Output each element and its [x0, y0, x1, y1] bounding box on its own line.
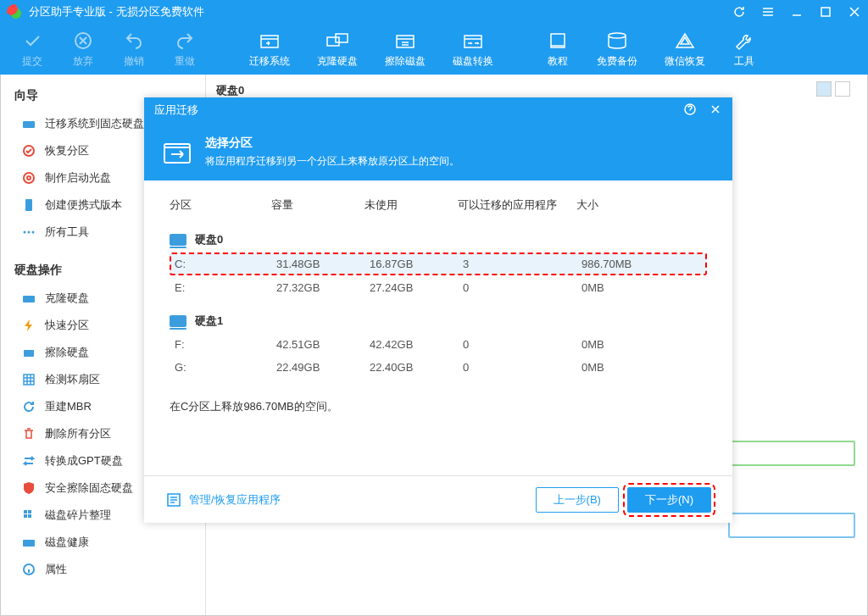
- clone-disk-button[interactable]: 克隆硬盘: [303, 27, 371, 72]
- view-toggle: [816, 81, 850, 97]
- trash-icon: [21, 426, 36, 441]
- minimize-icon[interactable]: [790, 5, 804, 19]
- sidebar-item-disk-health[interactable]: 磁盘健康: [1, 529, 205, 556]
- partition-table: 分区 容量 未使用 可以迁移的应用程序 大小 硬盘0 C: 31.48GB 16…: [170, 197, 707, 379]
- info-icon: [21, 562, 36, 577]
- window-title: 分区助手专业版 - 无损分区免费软件: [29, 4, 732, 19]
- banner-subtitle: 将应用程序迁移到另一个分区上来释放原分区上的空间。: [205, 154, 459, 169]
- next-button[interactable]: 下一步(N): [627, 487, 711, 513]
- svg-rect-13: [25, 199, 32, 211]
- usb-icon: [21, 197, 36, 213]
- list-view-button[interactable]: [835, 81, 850, 97]
- commit-button[interactable]: 提交: [7, 27, 58, 72]
- grid-icon: [21, 372, 36, 387]
- dialog-body: 分区 容量 未使用 可以迁移的应用程序 大小 硬盘0 C: 31.48GB 16…: [144, 180, 732, 475]
- svg-rect-2: [261, 36, 278, 47]
- close-icon[interactable]: [848, 5, 861, 19]
- migrate-system-button[interactable]: 迁移系统: [236, 27, 303, 72]
- disk-header: 硬盘0: [170, 228, 707, 252]
- sidebar-item-label: 创建便携式版本: [45, 197, 122, 213]
- svg-rect-22: [24, 514, 27, 518]
- clone-icon: [21, 291, 36, 306]
- shield-icon: [21, 480, 36, 496]
- arrows-icon: [21, 453, 36, 469]
- migrate-icon: [258, 31, 281, 51]
- refresh-icon[interactable]: [732, 5, 746, 19]
- help-icon[interactable]: [683, 103, 697, 119]
- redo-icon: [173, 31, 197, 51]
- app-logo-icon: [7, 4, 22, 19]
- tutorial-button[interactable]: 教程: [532, 27, 583, 72]
- eraser-icon: [21, 345, 36, 360]
- svg-rect-0: [821, 8, 830, 16]
- partition-row[interactable]: E: 27.32GB 27.24GB 0 0MB: [170, 276, 707, 299]
- table-header: 分区 容量 未使用 可以迁移的应用程序 大小: [170, 197, 707, 219]
- svg-point-11: [24, 173, 34, 183]
- heart-icon: [21, 535, 36, 550]
- check-icon: [20, 31, 44, 51]
- svg-rect-23: [28, 514, 31, 518]
- sidebar-item-label: 删除所有分区: [45, 426, 111, 441]
- sidebar-item-label: 安全擦除固态硬盘: [45, 480, 133, 496]
- disk-icon: [170, 234, 186, 246]
- lightning-icon: [21, 318, 36, 333]
- col-partition: 分区: [170, 197, 271, 213]
- grid-view-button[interactable]: [816, 81, 832, 97]
- convert-icon: [461, 31, 485, 51]
- wipe-icon: [393, 31, 417, 51]
- wechat-icon: [673, 31, 697, 51]
- wipe-disk-button[interactable]: 擦除磁盘: [371, 27, 439, 72]
- book-icon: [546, 31, 570, 51]
- svg-rect-4: [336, 34, 348, 42]
- free-backup-button[interactable]: 免费备份: [583, 27, 651, 72]
- disk-convert-button[interactable]: 磁盘转换: [439, 27, 507, 72]
- manage-recover-link[interactable]: 管理/恢复应用程序: [165, 491, 281, 508]
- redo-button[interactable]: 重做: [159, 27, 210, 72]
- col-migratable: 可以迁移的应用程序: [458, 197, 576, 213]
- svg-rect-24: [23, 540, 35, 547]
- partition-row[interactable]: G: 22.49GB 22.40GB 0 0MB: [170, 356, 707, 379]
- maximize-icon[interactable]: [819, 5, 832, 19]
- tools-button[interactable]: 工具: [719, 27, 770, 72]
- ssd-icon: [21, 116, 36, 131]
- partition-row[interactable]: F: 42.51GB 42.42GB 0 0MB: [170, 333, 707, 356]
- list-icon: [165, 491, 182, 508]
- wechat-recovery-button[interactable]: 微信恢复: [651, 27, 719, 72]
- sidebar-item-label: 重建MBR: [45, 399, 92, 414]
- disk-name: 硬盘1: [195, 314, 223, 329]
- window-controls: [732, 5, 861, 19]
- sidebar-item-label: 转换成GPT硬盘: [45, 453, 123, 469]
- wrench-icon: [732, 31, 756, 51]
- app-migration-dialog: 应用迁移 选择分区 将应用程序迁移到另一个分区上来释放原分区上的空间。 分区 容…: [144, 97, 732, 523]
- back-button[interactable]: 上一步(B): [536, 487, 619, 513]
- toolbar: 提交 放弃 撤销 重做 迁移系统 克隆硬盘 擦除磁盘 磁盘转换 教程 免费备份 …: [0, 24, 868, 75]
- sidebar-item-label: 磁盘健康: [45, 535, 89, 550]
- dots-icon: [21, 225, 36, 240]
- backup-icon: [605, 31, 629, 51]
- cd-icon: [21, 170, 36, 186]
- sidebar-item-label: 磁盘碎片整理: [45, 508, 111, 523]
- undo-icon: [122, 31, 146, 51]
- discard-button[interactable]: 放弃: [58, 27, 108, 72]
- sidebar-item-properties[interactable]: 属性: [1, 556, 205, 583]
- titlebar: 分区助手专业版 - 无损分区免费软件: [0, 0, 868, 24]
- svg-rect-21: [28, 510, 31, 513]
- svg-rect-3: [327, 37, 339, 46]
- menu-icon[interactable]: [761, 5, 775, 19]
- sidebar-item-label: 制作启动光盘: [45, 170, 111, 186]
- disk-icon: [170, 315, 186, 327]
- svg-rect-6: [465, 36, 481, 47]
- undo-button[interactable]: 撤销: [108, 27, 159, 72]
- release-text: 在C分区上释放986.70MB的空间。: [170, 399, 707, 414]
- disk-name: 硬盘0: [195, 232, 223, 247]
- close-icon[interactable]: [709, 103, 722, 119]
- sidebar-item-label: 检测坏扇区: [45, 372, 100, 387]
- refresh-icon: [21, 399, 36, 414]
- sidebar-item-label: 擦除硬盘: [45, 345, 89, 360]
- folder-arrow-icon: [161, 136, 193, 168]
- sidebar-item-label: 迁移系统到固态硬盘: [45, 116, 144, 131]
- partition-row[interactable]: C: 31.48GB 16.87GB 3 986.70MB: [170, 253, 707, 275]
- svg-rect-18: [24, 350, 34, 357]
- col-unused: 未使用: [364, 197, 458, 213]
- svg-point-8: [609, 33, 626, 38]
